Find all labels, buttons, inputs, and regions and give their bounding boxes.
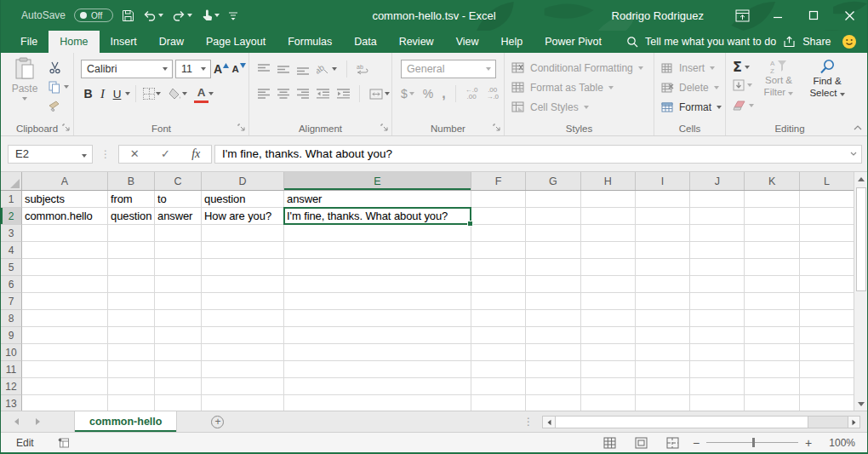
format-cells-button[interactable]: Format (661, 97, 722, 117)
cell-J11[interactable] (690, 361, 745, 378)
cell-J2[interactable] (690, 208, 745, 225)
cell-L13[interactable] (800, 395, 854, 411)
cell-J9[interactable] (690, 327, 745, 344)
cell-H7[interactable] (581, 293, 636, 310)
column-header-F[interactable]: F (471, 172, 526, 190)
cell-B6[interactable] (108, 276, 155, 293)
cell-F1[interactable] (471, 191, 526, 208)
cell-K13[interactable] (745, 395, 799, 411)
sheet-tab-common-hello[interactable]: common-hello (74, 411, 177, 432)
cell-I3[interactable] (636, 225, 690, 242)
cell-I13[interactable] (636, 395, 690, 411)
cell-styles-button[interactable]: Cell Styles (511, 97, 643, 117)
cell-L7[interactable] (800, 293, 854, 310)
column-header-C[interactable]: C (155, 172, 202, 190)
cell-F9[interactable] (471, 327, 526, 344)
cell-B4[interactable] (108, 242, 155, 259)
orientation-dropdown-icon[interactable] (332, 67, 337, 71)
cell-G3[interactable] (526, 225, 580, 242)
autosum-button[interactable]: Σ (733, 59, 750, 75)
cell-J6[interactable] (690, 276, 745, 293)
cell-H13[interactable] (581, 395, 636, 411)
column-header-D[interactable]: D (202, 172, 284, 190)
cell-H12[interactable] (581, 378, 636, 395)
cell-D10[interactable] (202, 344, 284, 361)
cell-J4[interactable] (690, 242, 745, 259)
touch-mode-dropdown-icon[interactable] (214, 14, 220, 17)
horizontal-scroll-thumb[interactable] (555, 417, 808, 428)
tab-insert[interactable]: Insert (100, 31, 148, 53)
cell-E6[interactable] (284, 276, 471, 293)
cell-E2[interactable]: I'm fine, thanks. What about you? (284, 208, 471, 225)
cell-K8[interactable] (745, 310, 799, 327)
tab-draw[interactable]: Draw (148, 31, 195, 53)
cell-H3[interactable] (581, 225, 636, 242)
format-as-table-button[interactable]: Format as Table (511, 78, 643, 97)
cancel-icon[interactable]: ✕ (130, 147, 140, 160)
tab-data[interactable]: Data (343, 31, 387, 53)
cell-D12[interactable] (202, 378, 284, 395)
cell-G5[interactable] (526, 259, 580, 276)
cell-K1[interactable] (745, 191, 799, 208)
ribbon-display-options-button[interactable] (724, 0, 760, 31)
cell-K4[interactable] (745, 242, 799, 259)
percent-style-button[interactable]: % (423, 87, 433, 101)
user-name[interactable]: Rodrigo Rodriguez (612, 9, 704, 22)
cell-B12[interactable] (108, 378, 155, 395)
cell-F5[interactable] (471, 259, 526, 276)
borders-dropdown-icon[interactable] (156, 92, 161, 95)
zoom-in-button[interactable]: + (805, 436, 812, 450)
cell-E8[interactable] (284, 310, 471, 327)
page-layout-view-button[interactable] (635, 437, 648, 449)
cell-G7[interactable] (526, 293, 580, 310)
minimize-button[interactable] (760, 0, 796, 31)
cell-C3[interactable] (155, 225, 202, 242)
column-header-A[interactable]: A (22, 172, 108, 190)
cell-E11[interactable] (284, 361, 471, 378)
cell-A3[interactable] (22, 225, 108, 242)
cell-L9[interactable] (800, 327, 854, 344)
delete-cells-button[interactable]: Delete (661, 78, 722, 97)
touch-mode-button[interactable] (201, 9, 220, 22)
scroll-left-button[interactable] (543, 417, 555, 428)
cell-L11[interactable] (800, 361, 854, 378)
tab-formulas[interactable]: Formulas (277, 31, 343, 53)
cell-G13[interactable] (526, 395, 580, 411)
cell-E1[interactable]: answer (284, 191, 471, 208)
cell-D3[interactable] (202, 225, 284, 242)
horizontal-scrollbar[interactable] (542, 416, 860, 428)
next-sheet-icon[interactable] (36, 418, 40, 425)
underline-dropdown-icon[interactable] (125, 92, 130, 95)
merge-center-dropdown-icon[interactable] (385, 92, 390, 95)
cell-H2[interactable] (581, 208, 636, 225)
cell-J3[interactable] (690, 225, 745, 242)
cell-A8[interactable] (22, 310, 108, 327)
select-all-button[interactable] (1, 172, 22, 190)
font-color-button[interactable]: A (194, 84, 208, 103)
cell-C7[interactable] (155, 293, 202, 310)
cell-K11[interactable] (745, 361, 799, 378)
cell-B8[interactable] (108, 310, 155, 327)
insert-function-icon[interactable]: fx (191, 147, 200, 161)
cell-G8[interactable] (526, 310, 580, 327)
column-header-K[interactable]: K (745, 172, 799, 190)
zoom-slider-handle[interactable] (752, 438, 755, 447)
cell-C13[interactable] (155, 395, 202, 411)
font-color-dropdown-icon[interactable] (208, 92, 214, 95)
cell-A11[interactable] (22, 361, 108, 378)
paste-dropdown-icon[interactable] (22, 97, 27, 101)
cell-H6[interactable] (581, 276, 636, 293)
cell-B9[interactable] (108, 327, 155, 344)
cell-E10[interactable] (284, 344, 471, 361)
cell-K2[interactable] (745, 208, 799, 225)
merge-center-button[interactable] (369, 89, 390, 100)
cell-H11[interactable] (581, 361, 636, 378)
name-box-dropdown-icon[interactable] (82, 154, 87, 158)
save-button[interactable] (122, 9, 134, 22)
cell-I8[interactable] (636, 310, 690, 327)
insert-cells-button[interactable]: Insert (661, 58, 722, 78)
column-header-G[interactable]: G (526, 172, 580, 190)
shrink-font-button[interactable]: A (231, 60, 246, 78)
cell-J12[interactable] (690, 378, 745, 395)
row-header-8[interactable]: 8 (1, 310, 22, 327)
